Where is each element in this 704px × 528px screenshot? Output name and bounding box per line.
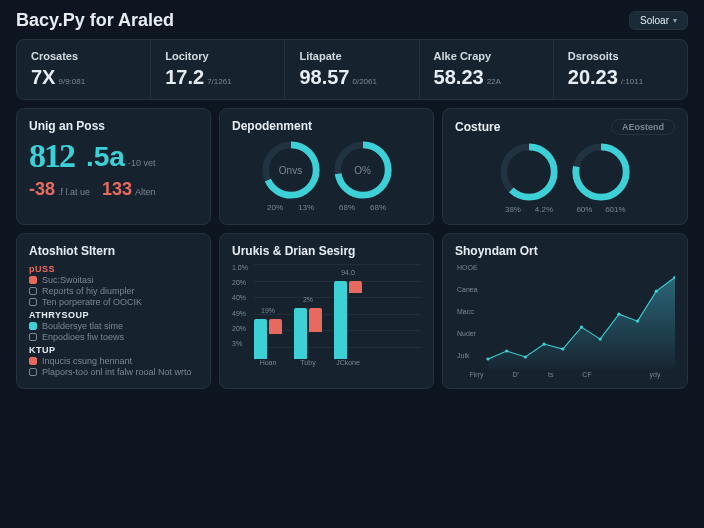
bar-group: 19% [254,319,282,359]
kpi-label: Dsrosoits [568,50,673,62]
x-label: JCkone [334,359,362,366]
kpi-sub: 22A [487,77,501,86]
panel-title: Depodenment [232,119,421,133]
panel-area: Shoyndam Ort HOOECaneaMaccNuderJulk Firr… [442,233,688,389]
svg-point-8 [486,357,489,360]
panel-title: Costure [455,120,500,134]
stat-d: 133 [102,179,132,199]
kpi-card: Locitory17.27/1261 [151,40,285,99]
list-group-header: pUSS [29,264,198,274]
panel-depodenment: Depodenment Onvs 20%13% O% 68%68% [219,108,434,225]
area-chart [455,264,675,369]
stat-c-sub: .f l.at ue [58,187,90,197]
list-item-label: Inqucis csung hennant [42,356,132,366]
bar [309,308,322,333]
bar [254,319,267,359]
expand-button[interactable]: AEostend [611,119,675,135]
list-group-header: ATHRYSOUP [29,310,198,320]
selector-button[interactable]: Soloar [629,11,688,30]
list-item-label: Suc:Swoitasi [42,275,94,285]
checkbox-icon [29,276,37,284]
kpi-sub: 9/9:081 [58,77,85,86]
kpi-sub: 0/2061 [352,77,376,86]
kpi-card: Crosates7X9/9:081 [17,40,151,99]
checkbox-icon [29,368,37,376]
bar-group: 94.0 [334,281,362,359]
bar-group: 2% [294,308,322,359]
panel-title: Shoyndam Ort [455,244,675,258]
checkbox-icon [29,287,37,295]
donut-sub: 68% [339,203,355,212]
list-item-label: Bouldersye tlat sime [42,321,123,331]
panel-atoshiot: Atoshiot Sltern pUSSSuc:SwoitasiReports … [16,233,211,389]
list-item[interactable]: Bouldersye tlat sime [29,321,198,331]
list-item-label: Reports of hiy diumpler [42,286,135,296]
panel-title: Urukis & Drian Sesirg [232,244,421,258]
svg-point-12 [561,347,564,350]
bar [294,308,307,359]
donut-chart: Onvs [260,139,322,201]
panel-title: Unig an Poss [29,119,198,133]
bar [349,281,362,293]
svg-point-17 [655,290,658,293]
stat-a: 812 [29,137,74,174]
list-item[interactable]: Ten porperatre of OOCIK [29,297,198,307]
stat-b-sub: -10 vet [128,158,156,168]
svg-point-10 [524,355,527,358]
list-item[interactable]: Inqucis csung hennant [29,356,198,366]
list-item[interactable]: Plapors-too onl int falw rooal Not wrto [29,367,198,377]
checkbox-icon [29,333,37,341]
kpi-value: 98.57 [299,66,349,88]
stat-d-sub: Alten [135,187,156,197]
kpi-sub: 7/1261 [207,77,231,86]
list-item[interactable]: Suc:Swoitasi [29,275,198,285]
svg-point-14 [599,338,602,341]
list-item-label: Enpodioes fiw toews [42,332,124,342]
donut-sub: 4.2% [535,205,553,214]
kpi-value: 17.2 [165,66,204,88]
svg-point-16 [636,320,639,323]
bar [269,319,282,334]
donut-sub: 20% [267,203,283,212]
donut-sub: 601% [605,205,625,214]
donut-chart [570,141,632,203]
page-title: Bacy.Py for Araled [16,10,629,31]
x-label: Tuby [294,359,322,366]
kpi-row: Crosates7X9/9:081Locitory17.27/1261Litap… [16,39,688,100]
kpi-card: Litapate98.570/2061 [285,40,419,99]
donut-sub: 38% [505,205,521,214]
donut-sub: 60% [576,205,592,214]
list-item[interactable]: Enpodioes fiw toews [29,332,198,342]
bar [334,281,347,359]
kpi-label: Crosates [31,50,136,62]
checkbox-icon [29,357,37,365]
x-label: Hoan [254,359,282,366]
panel-title: Atoshiot Sltern [29,244,198,258]
svg-point-9 [505,349,508,352]
list-item-label: Ten porperatre of OOCIK [42,297,142,307]
list-item-label: Plapors-too onl int falw rooal Not wrto [42,367,192,377]
checkbox-icon [29,298,37,306]
panel-costure: Costure AEostend 38%4.2% 60%601% [442,108,688,225]
svg-point-13 [580,326,583,329]
kpi-sub: /:1011 [621,77,643,86]
list-item[interactable]: Reports of hiy diumpler [29,286,198,296]
stat-c: -38 [29,179,55,199]
donut-sub: 13% [298,203,314,212]
kpi-label: Alke Crapy [434,50,539,62]
checkbox-icon [29,322,37,330]
kpi-card: Dsrosoits20.23/:1011 [554,40,687,99]
donut-chart: O% [332,139,394,201]
kpi-value: 7X [31,66,55,88]
kpi-value: 20.23 [568,66,618,88]
donut-sub: 68% [370,203,386,212]
kpi-card: Alke Crapy58.2322A [420,40,554,99]
kpi-label: Litapate [299,50,404,62]
svg-point-15 [617,313,620,316]
svg-point-11 [542,342,545,345]
donut-chart [498,141,560,203]
panel-bars: Urukis & Drian Sesirg 1.0%20%40%49%20%3%… [219,233,434,389]
kpi-label: Locitory [165,50,270,62]
panel-unig: Unig an Poss 812 .5a-10 vet -38.f l.at u… [16,108,211,225]
list-group-header: KTUP [29,345,198,355]
